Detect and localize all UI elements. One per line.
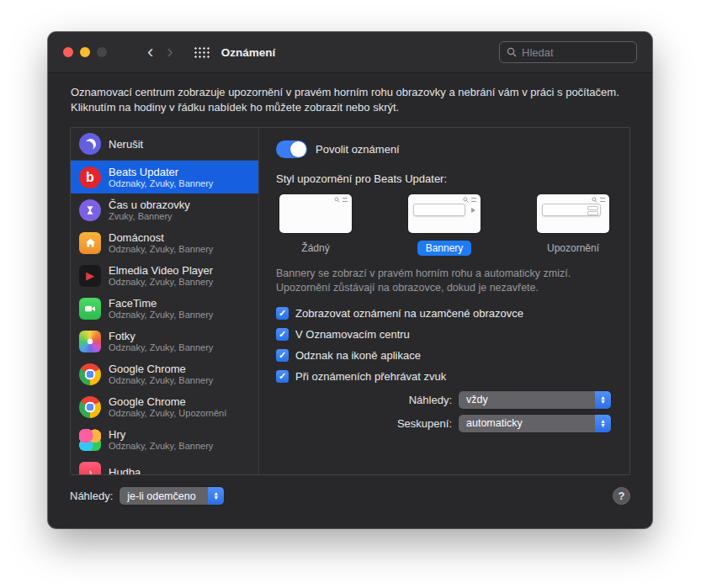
mini-banner [413,204,465,216]
previews-popup[interactable]: vždy ▲▼ [459,391,611,409]
grouping-popup[interactable]: automaticky ▲▼ [459,415,611,432]
minimize-button[interactable] [80,47,90,57]
app-row-beats-updater[interactable]: b Beats Updater Odznaky, Zvuky, Bannery [71,161,258,193]
popup-stepper-icon: ▲▼ [595,415,611,432]
home-icon [79,232,101,254]
app-row-hry[interactable]: Hry Odznaky, Zvuky, Bannery [71,423,258,456]
style-none-label[interactable]: Žádný [293,241,337,256]
app-subtitle: Odznaky, Zvuky, Bannery [109,342,213,353]
mini-menubar-icons [334,197,348,203]
alert-style-options: Žádný Bannery [276,194,613,256]
app-row-cas-u-obrazovky[interactable]: Čas u obrazovky Zvuky, Bannery [71,193,258,226]
footer-bar: Náhledy: je-li odemčeno ▲▼ ? [48,487,652,505]
style-section-label: Styl upozornění pro Beats Updater: [276,172,613,185]
popup-stepper-icon: ▲▼ [208,487,224,505]
app-row-elmedia-video-player[interactable]: ▶ Elmedia Video Player Odznaky, Zvuky, B… [71,259,258,292]
check-icon: ✓ [279,309,286,318]
app-row-domacnost[interactable]: Domácnost Odznaky, Zvuky, Bannery [71,226,258,259]
enable-notifications-label: Povolit oznámení [316,143,400,156]
checkbox-play-sound-label: Při oznámeních přehrávat zvuk [295,370,446,383]
app-subtitle: Odznaky, Zvuky, Bannery [109,375,213,386]
app-name: Google Chrome [109,395,226,408]
chrome-icon [79,396,101,418]
footer-previews-label: Náhledy: [70,490,113,502]
style-banners-thumbnail[interactable] [408,194,481,233]
app-name: Google Chrome [109,363,213,375]
app-name: Fotky [109,330,213,342]
app-name: Hry [109,428,213,441]
mini-list-icon [343,198,348,202]
footer-previews-popup[interactable]: je-li odemčeno ▲▼ [119,487,224,505]
mini-alert [542,204,601,216]
app-name: FaceTime [109,297,213,310]
games-icon [79,429,101,451]
mini-banner-arrow-icon [471,208,475,213]
hourglass-icon [79,199,101,221]
music-icon: ♪ [79,462,101,475]
app-subtitle: Odznaky, Zvuky, Upozornění [109,408,226,419]
grouping-popup-value: automaticky [466,417,523,429]
beats-icon: b [79,167,101,188]
app-name: Domácnost [109,231,213,244]
play-icon: ▶ [79,265,101,287]
window-title: Oznámení [221,46,276,59]
zoom-button[interactable] [97,47,107,57]
back-button[interactable]: ‹ [147,43,153,61]
style-none-thumbnail[interactable] [279,194,352,233]
mini-list-icon [471,198,476,202]
photos-flower-icon [79,331,101,352]
notifications-panel: Nerušit b Beats Updater Odznaky, Zvuky, … [70,127,630,475]
app-row-hudba[interactable]: ♪ Hudba [71,456,258,474]
app-row-google-chrome-1[interactable]: Google Chrome Odznaky, Zvuky, Bannery [71,358,258,390]
toggle-knob [290,141,306,157]
app-subtitle: Odznaky, Zvuky, Bannery [109,277,213,288]
show-all-grid-icon[interactable] [194,46,210,58]
mini-list-icon [600,198,605,202]
system-preferences-window: ‹ › Oznámení Oznamovací centrum zobrazuj… [48,32,652,528]
check-icon: ✓ [279,351,286,360]
app-row-nerusit[interactable]: Nerušit [71,128,258,161]
search-input[interactable] [522,46,629,59]
app-row-google-chrome-2[interactable]: Google Chrome Odznaky, Zvuky, Upozornění [71,390,258,423]
app-row-facetime[interactable]: FaceTime Odznaky, Zvuky, Bannery [71,292,258,325]
check-icon: ✓ [279,372,286,381]
app-row-fotky[interactable]: Fotky Odznaky, Zvuky, Bannery [71,325,258,358]
mini-search-icon [592,197,597,203]
app-name: Hudba [109,466,141,474]
previews-dropdown-label: Náhledy: [409,394,452,406]
app-subtitle: Odznaky, Zvuky, Bannery [109,178,213,189]
checkbox-notification-center-label: V Oznamovacím centru [295,328,410,341]
traffic-lights [63,47,107,57]
mini-search-icon [334,197,340,203]
search-icon [507,47,517,57]
popup-stepper-icon: ▲▼ [595,391,611,409]
app-subtitle: Odznaky, Zvuky, Bannery [109,244,213,255]
close-button[interactable] [63,47,73,57]
detail-panel: Povolit oznámení Styl upozornění pro Bea… [259,128,629,474]
footer-previews-popup-value: je-li odemčeno [127,490,195,502]
previews-popup-value: vždy [466,394,488,405]
checkbox-lock-screen[interactable]: ✓ [276,307,289,320]
style-alerts-label[interactable]: Upozornění [539,241,608,256]
help-button[interactable]: ? [613,487,630,505]
checkbox-app-badge[interactable]: ✓ [276,349,289,362]
checkbox-play-sound[interactable]: ✓ [276,370,289,383]
titlebar: ‹ › Oznámení [48,32,652,73]
app-subtitle: Odznaky, Zvuky, Bannery [109,441,213,452]
app-name: Nerušit [109,138,143,151]
forward-button[interactable]: › [167,43,173,61]
search-field[interactable] [499,41,637,63]
app-name: Elmedia Video Player [109,264,213,277]
checkbox-notification-center[interactable]: ✓ [276,328,289,341]
moon-icon [79,133,101,155]
mini-alert-button [587,211,598,215]
mini-alert-button [587,206,598,210]
chrome-icon [79,363,101,385]
app-subtitle: Odznaky, Zvuky, Bannery [109,310,213,320]
style-alerts-thumbnail[interactable] [537,194,609,233]
app-name: Beats Updater [109,166,213,178]
check-icon: ✓ [279,330,286,339]
app-list: Nerušit b Beats Updater Odznaky, Zvuky, … [71,128,259,474]
enable-notifications-toggle[interactable] [276,140,307,158]
style-banners-label[interactable]: Bannery [417,241,472,256]
